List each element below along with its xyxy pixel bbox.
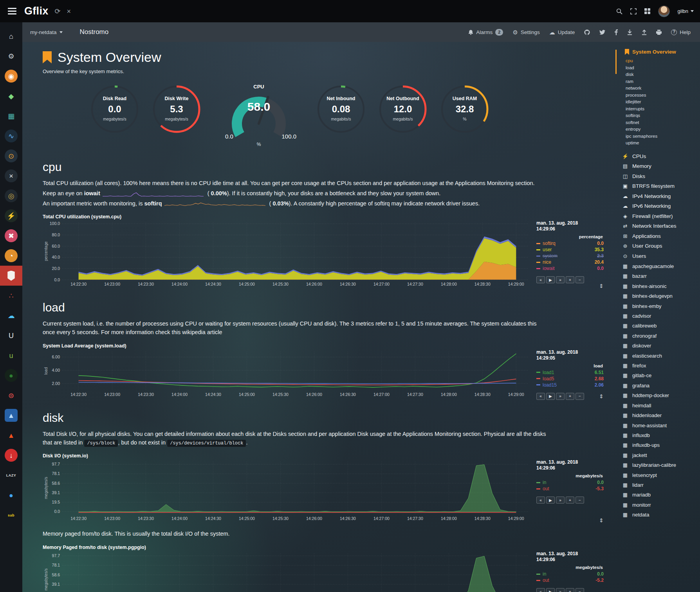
sidebar-section-network-interfaces[interactable]: ⇄Network Interfaces xyxy=(621,221,697,231)
sidebar-app-green-u-icon[interactable]: u xyxy=(0,345,22,365)
sidebar-app-green-bolt-icon[interactable]: ⚡ xyxy=(0,206,22,226)
sidebar-app-binhex-delugevpn[interactable]: ▦binhex-delugevpn xyxy=(621,291,697,301)
zoom-in-button[interactable]: + xyxy=(566,588,574,592)
sidebar-app-green-gem-icon[interactable]: ◆ xyxy=(0,86,22,106)
sidebar-app-heimdall[interactable]: ▦heimdall xyxy=(621,401,697,410)
nav-update[interactable]: ☁Update xyxy=(549,29,575,35)
sidebar-subitem-cpu[interactable]: cpu xyxy=(626,58,697,65)
sidebar-app-gold-ring-icon[interactable]: ◎ xyxy=(0,186,22,206)
legend-row-load1[interactable]: load16.51 xyxy=(536,369,604,376)
legend-row-out[interactable]: out-5.2 xyxy=(536,577,604,583)
play-button[interactable]: ▶ xyxy=(546,276,555,283)
sidebar-app-blue-wave-icon[interactable]: ∿ xyxy=(0,126,22,146)
sidebar-app-firefox[interactable]: ▦firefox xyxy=(621,361,697,371)
pan-forward-button[interactable]: » xyxy=(556,276,565,283)
sidebar-settings-icon[interactable]: ⚙ xyxy=(0,46,22,66)
sidebar-app-search-orange-icon[interactable]: ⊙ xyxy=(0,146,22,166)
sidebar-subitem-idlejitter[interactable]: idlejitter xyxy=(626,99,697,106)
sidebar-subitem-interrupts[interactable]: interrupts xyxy=(626,106,697,113)
fullscreen-icon[interactable] xyxy=(630,8,637,14)
sidebar-subitem-uptime[interactable]: uptime xyxy=(626,140,697,147)
sidebar-section-system-overview[interactable]: System Overview xyxy=(621,49,697,55)
sidebar-subitem-ram[interactable]: ram xyxy=(626,78,697,85)
legend-row-softirq[interactable]: softirq0.0 xyxy=(536,240,604,247)
sidebar-app-lidarr[interactable]: ▦lidarr xyxy=(621,480,697,490)
legend-row-user[interactable]: user35.3 xyxy=(536,247,604,253)
sidebar-section-users[interactable]: ⊙Users xyxy=(621,251,697,261)
sidebar-app-lazylibrarian-calibre[interactable]: ▦lazylibrarian-calibre xyxy=(621,460,697,470)
zoom-in-button[interactable]: + xyxy=(566,393,574,400)
sidebar-app-gitlab-ce[interactable]: ▦gitlab-ce xyxy=(621,371,697,380)
sidebar-subitem-disk[interactable]: disk xyxy=(626,71,697,78)
nav-alarms[interactable]: Alarms2 xyxy=(468,29,503,36)
sidebar-app-binhex-emby[interactable]: ▦binhex-emby xyxy=(621,301,697,311)
sidebar-home-icon[interactable]: ⌂ xyxy=(0,26,22,46)
nav-facebook[interactable] xyxy=(615,29,618,35)
refresh-tab-icon[interactable]: ⟳ xyxy=(55,8,61,15)
sidebar-app-grafana[interactable]: ▦grafana xyxy=(621,381,697,390)
chart-plot[interactable]: 0.019.539.158.678.197.714:22:3014:23:001… xyxy=(43,551,530,592)
sidebar-app-mariadb[interactable]: ▦mariadb xyxy=(621,490,697,500)
legend-row-in[interactable]: in0.0 xyxy=(536,479,604,486)
nav-settings[interactable]: ⚙Settings xyxy=(512,29,539,35)
legend-row-load5[interactable]: load52.68 xyxy=(536,376,604,382)
sidebar-section-ipv6-networking[interactable]: ☁IPv6 Networking xyxy=(621,201,697,211)
sidebar-app-bazarr[interactable]: ▦bazarr xyxy=(621,271,697,281)
user-avatar[interactable] xyxy=(658,5,670,17)
pan-forward-button[interactable]: » xyxy=(556,393,565,400)
sidebar-app-pills-icon[interactable]: ⊜ xyxy=(0,385,22,405)
sidebar-app-home-assistant[interactable]: ▦home-assistant xyxy=(621,421,697,430)
pan-backward-button[interactable]: « xyxy=(536,276,545,283)
gauge-used-ram[interactable]: Used RAM32.8% xyxy=(439,84,491,142)
sidebar-app-diskover[interactable]: ▦diskover xyxy=(621,341,697,351)
nav-upload[interactable] xyxy=(642,29,647,35)
sidebar-subitem-softnet[interactable]: softnet xyxy=(626,119,697,126)
sidebar-subitem-network[interactable]: network xyxy=(626,85,697,92)
sidebar-section-ipv4-networking[interactable]: ☁IPv4 Networking xyxy=(621,191,697,202)
gauge-net-inbound[interactable]: Net Inbound0.08megabits/s xyxy=(315,84,367,142)
chart-resize-handle[interactable]: ⇕ xyxy=(599,517,604,524)
sidebar-app-orange-swirl-icon[interactable]: ◉ xyxy=(0,66,22,86)
sidebar-app-cadvisor[interactable]: ▦cadvisor xyxy=(621,311,697,321)
apps-grid-icon[interactable] xyxy=(644,8,650,14)
zoom-out-button[interactable]: − xyxy=(576,276,584,283)
search-icon[interactable] xyxy=(616,8,622,14)
chart-plot[interactable]: 0.020.040.060.080.0100.014:22:3014:23:00… xyxy=(43,220,530,289)
sidebar-section-btrfs-filesystem[interactable]: ▣BTRFS filesystem xyxy=(621,181,697,191)
nav-print[interactable] xyxy=(656,30,662,35)
sidebar-subitem-processes[interactable]: processes xyxy=(626,92,697,99)
sidebar-app-letsencrypt[interactable]: ▦letsencrypt xyxy=(621,470,697,480)
play-button[interactable]: ▶ xyxy=(546,588,555,592)
gauge-disk-read[interactable]: Disk Read0.0megabytes/s xyxy=(89,84,141,142)
chart-canvas-system.load[interactable]: 2.004.006.0014:22:3014:23:0014:23:3014:2… xyxy=(43,349,530,398)
sidebar-app-photo-tile-icon[interactable]: ▲ xyxy=(0,405,22,425)
sidebar-app-blue-cloud-icon[interactable]: ☁ xyxy=(0,306,22,326)
pan-backward-button[interactable]: « xyxy=(536,393,545,400)
sidebar-app-red-cut-icon[interactable]: ✖ xyxy=(0,226,22,246)
sidebar-app-white-u-icon[interactable]: U xyxy=(0,326,22,345)
sidebar-app-red-download-icon[interactable]: ↓ xyxy=(0,445,22,465)
sidebar-section-applications[interactable]: ⊞Applications xyxy=(621,231,697,241)
pan-backward-button[interactable]: « xyxy=(536,497,545,504)
legend-row-iowait[interactable]: iowait0.0 xyxy=(536,265,604,272)
legend-row-nice[interactable]: nice20.4 xyxy=(536,259,604,265)
gauge-cpu[interactable]: CPU58.00.0100.0% xyxy=(217,84,300,149)
sidebar-section-firewall-netfilter-[interactable]: ◈Firewall (netfilter) xyxy=(621,211,697,221)
sidebar-app-hddtemp-docker[interactable]: ▦hddtemp-docker xyxy=(621,390,697,400)
sidebar-subitem-load[interactable]: load xyxy=(626,65,697,72)
sidebar-app-chronograf[interactable]: ▦chronograf xyxy=(621,331,697,341)
sidebar-app-red-dots-icon[interactable]: ∴ xyxy=(0,286,22,306)
nav-twitter[interactable] xyxy=(599,30,605,35)
sidebar-subitem-entropy[interactable]: entropy xyxy=(626,126,697,133)
chart-canvas-system.io[interactable]: 0.019.539.158.678.197.714:22:3014:23:001… xyxy=(43,459,530,522)
chart-canvas-system.pgpgio[interactable]: 0.019.539.158.678.197.714:22:3014:23:001… xyxy=(43,551,530,592)
sidebar-app-influxdb-ups[interactable]: ▦influxdb-ups xyxy=(621,440,697,450)
sidebar-app-elasticsearch[interactable]: ▦elasticsearch xyxy=(621,351,697,361)
sidebar-app-blue-drop-icon[interactable]: ● xyxy=(0,485,22,505)
sidebar-app-monitorr[interactable]: ▦monitorr xyxy=(621,500,697,510)
sidebar-app-influxdb[interactable]: ▦influxdb xyxy=(621,430,697,440)
pan-forward-button[interactable]: » xyxy=(556,588,565,592)
sidebar-subitem-softirqs[interactable]: softirqs xyxy=(626,112,697,119)
legend-row-in[interactable]: in0.0 xyxy=(536,571,604,577)
sidebar-app-orange-fox-icon[interactable]: ▲ xyxy=(0,425,22,445)
